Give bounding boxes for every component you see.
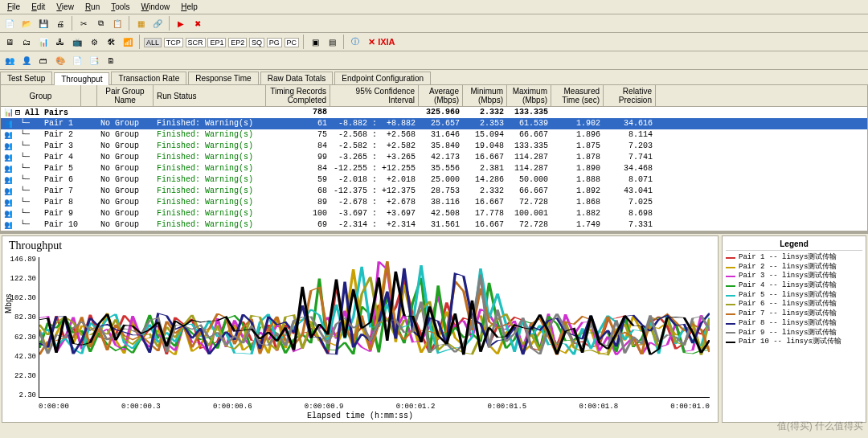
legend-item: Pair 9 -- linsys测试传输 <box>726 329 862 338</box>
paste-icon[interactable]: 📋 <box>110 16 125 31</box>
tool-icon[interactable]: 👥 <box>2 53 17 68</box>
toolbar-3: 👥 👤 🗃 🎨 📄 📑 🗎 <box>0 51 868 70</box>
tool-icon[interactable]: 🖧 <box>53 35 68 49</box>
plot-area <box>39 257 710 398</box>
tab-transaction-rate[interactable]: Transaction Rate <box>111 72 186 84</box>
table-row[interactable]: 👥 └─Pair 7No GroupFinished: Warning(s)68… <box>1 186 867 197</box>
menu-tools[interactable]: Tools <box>105 1 135 13</box>
link-icon[interactable]: 🔗 <box>150 16 165 31</box>
legend-item: Pair 2 -- linsys测试传输 <box>726 263 862 272</box>
mode-pc[interactable]: PC <box>285 38 300 47</box>
col-completed[interactable]: Timing Records Completed <box>266 85 330 106</box>
mode-ep1[interactable]: EP1 <box>207 38 226 47</box>
table-row[interactable]: 👥 └─Pair 3No GroupFinished: Warning(s)84… <box>1 141 867 152</box>
info-icon[interactable]: ⓘ <box>348 35 362 49</box>
mode-scr[interactable]: SCR <box>186 38 206 47</box>
tab-raw-data-totals[interactable]: Raw Data Totals <box>260 72 334 84</box>
menu-run[interactable]: Run <box>80 1 105 13</box>
col-time[interactable]: Measured Time (sec) <box>551 85 604 106</box>
col-max[interactable]: Maximum (Mbps) <box>507 85 551 106</box>
table-row[interactable]: 👥 └─Pair 8No GroupFinished: Warning(s)89… <box>1 197 867 208</box>
cut-icon[interactable]: ✂ <box>76 16 91 31</box>
tab-endpoint-configuration[interactable]: Endpoint Configuration <box>334 72 431 84</box>
doc-icon[interactable]: ▦ <box>133 16 148 31</box>
col-prec[interactable]: Relative Precision <box>604 85 656 106</box>
tool-icon[interactable]: 📺 <box>70 35 84 49</box>
legend-item: Pair 6 -- linsys测试传输 <box>726 300 862 309</box>
tool-icon[interactable]: 🛠 <box>104 35 118 49</box>
chart-title: Throughput <box>2 236 718 256</box>
tool-icon[interactable]: ▣ <box>308 35 322 49</box>
toolbar-2: 🖥 🗂 📊 🖧 📺 ⚙ 🛠 📶 ALL TCP SCR EP1 EP2 SQ P… <box>0 33 868 51</box>
print-icon[interactable]: 🖨 <box>53 16 68 31</box>
col-ci[interactable]: 95% Confidence Interval <box>330 85 419 106</box>
tool-icon[interactable]: 📊 <box>36 35 51 49</box>
tool-icon[interactable]: ⚙ <box>87 35 101 49</box>
col-status[interactable]: Run Status <box>154 85 266 106</box>
menu-file[interactable]: File <box>2 1 26 13</box>
save-icon[interactable]: 💾 <box>36 16 51 31</box>
table-row[interactable]: 👥 └─Pair 2No GroupFinished: Warning(s)75… <box>1 129 867 141</box>
mode-all[interactable]: ALL <box>144 38 162 47</box>
throughput-chart: Throughput Mbps 146.89122.30102.3082.306… <box>2 235 719 423</box>
menu-edit[interactable]: Edit <box>26 1 51 13</box>
tool-icon[interactable]: 📑 <box>87 53 101 68</box>
summary-row[interactable]: 📊 ⊟ All Pairs 788 325.960 2.332 133.335 <box>1 107 867 118</box>
brand-logo: ✕ IXIA <box>368 37 395 47</box>
x-ticks: 0:00:000:00:00.30:00:00.60:00:00.90:00:0… <box>39 403 710 411</box>
mode-sq[interactable]: SQ <box>249 38 264 47</box>
menu-view[interactable]: View <box>51 1 80 13</box>
legend-item: Pair 1 -- linsys测试传输 <box>726 253 862 263</box>
run-icon[interactable]: ▶ <box>174 16 188 31</box>
table-row[interactable]: 👥 └─Pair 9No GroupFinished: Warning(s)10… <box>1 208 867 219</box>
col-min[interactable]: Minimum (Mbps) <box>463 85 507 106</box>
tool-icon[interactable]: 🖥 <box>2 35 17 49</box>
tool-icon[interactable]: 📄 <box>70 53 84 68</box>
legend-item: Pair 7 -- linsys测试传输 <box>726 309 862 319</box>
grid-header: Group Pair Group Name Run Status Timing … <box>1 85 867 107</box>
table-row[interactable]: 👥 └─Pair 10No GroupFinished: Warning(s)6… <box>1 219 867 231</box>
legend-item: Pair 8 -- linsys测试传输 <box>726 319 862 329</box>
table-row[interactable]: 👥 └─Pair 6No GroupFinished: Warning(s)59… <box>1 174 867 186</box>
chart-area: Throughput Mbps 146.89122.30102.3082.306… <box>0 231 868 424</box>
table-row[interactable]: 👥 └─Pair 4No GroupFinished: Warning(s)99… <box>1 152 867 163</box>
legend: Legend Pair 1 -- linsys测试传输Pair 2 -- lin… <box>722 235 866 423</box>
col-avg[interactable]: Average (Mbps) <box>419 85 463 106</box>
separator <box>343 35 344 49</box>
separator <box>129 16 129 31</box>
table-row[interactable]: 👥 └─Pair 5No GroupFinished: Warning(s)84… <box>1 163 867 174</box>
tab-throughput[interactable]: Throughput <box>54 72 109 85</box>
mode-badges: ALL TCP SCR EP1 EP2 SQ PG PC <box>144 38 299 47</box>
tool-icon[interactable]: 🗎 <box>104 53 118 68</box>
menu-help[interactable]: Help <box>175 1 203 13</box>
menu-window[interactable]: Window <box>136 1 176 13</box>
copy-icon[interactable]: ⧉ <box>93 16 108 31</box>
col-pairgroup[interactable]: Pair Group Name <box>97 85 154 106</box>
tool-icon[interactable]: 🗃 <box>36 53 51 68</box>
separator <box>169 16 170 31</box>
tab-test-setup[interactable]: Test Setup <box>0 72 52 84</box>
tool-icon[interactable]: 🎨 <box>53 53 68 68</box>
legend-title: Legend <box>726 239 862 251</box>
menubar: FileEditViewRunToolsWindowHelp <box>0 0 868 14</box>
tool-icon[interactable]: 📶 <box>121 35 135 49</box>
col-group[interactable]: Group <box>1 85 81 106</box>
mode-pg[interactable]: PG <box>267 38 282 47</box>
result-tabs: Test SetupThroughputTransaction RateResp… <box>0 70 868 84</box>
table-row[interactable]: 👥 └─Pair 1No GroupFinished: Warning(s)61… <box>1 118 867 129</box>
mode-tcp[interactable]: TCP <box>164 38 183 47</box>
col-icon[interactable] <box>81 85 97 106</box>
tool-icon[interactable]: 👤 <box>19 53 34 68</box>
open-icon[interactable]: 📂 <box>19 16 34 31</box>
new-icon[interactable]: 📄 <box>2 16 17 31</box>
legend-item: Pair 10 -- linsys测试传输 <box>726 338 862 347</box>
separator <box>139 35 140 49</box>
tool-icon[interactable]: ▤ <box>325 35 339 49</box>
tab-response-time[interactable]: Response Time <box>188 72 258 84</box>
mode-ep2[interactable]: EP2 <box>228 38 247 47</box>
legend-item: Pair 5 -- linsys测试传输 <box>726 291 862 301</box>
legend-item: Pair 3 -- linsys测试传输 <box>726 272 862 281</box>
stop-icon[interactable]: ✖ <box>190 16 205 31</box>
chart-lines <box>39 257 710 397</box>
tool-icon[interactable]: 🗂 <box>19 35 34 49</box>
